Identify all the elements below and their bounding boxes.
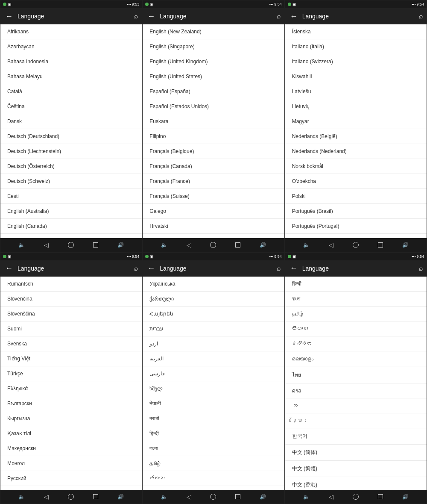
search-button[interactable]: ⌕ [277, 265, 281, 272]
language-item[interactable]: ไทย [285, 366, 427, 383]
language-item[interactable]: Nederlands (Nederland) [285, 144, 427, 159]
language-list[interactable]: AfrikaansAzərbaycanBahasa IndonesiaBahas… [0, 24, 142, 238]
home-button[interactable] [64, 492, 77, 501]
recents-button[interactable] [90, 492, 102, 501]
language-list[interactable]: RumantschSlovenčinaSlovenščinaSuomiSvens… [0, 277, 142, 490]
language-item[interactable]: हिन्दी [285, 277, 427, 292]
language-item[interactable]: Euskara [143, 114, 284, 129]
language-item[interactable]: Српски [0, 486, 142, 490]
language-item[interactable]: Deutsch (Deutschland) [0, 129, 142, 144]
language-item[interactable]: English (Australia) [0, 204, 142, 219]
language-list[interactable]: УкраїнськаქართულიՀայերենעבריתاردوالعربية… [143, 277, 284, 490]
back-nav-button[interactable]: ◁ [41, 492, 52, 502]
recents-button[interactable] [90, 241, 102, 249]
language-item[interactable]: ລາວ [285, 383, 427, 398]
language-item[interactable]: فارسی [143, 366, 284, 381]
language-item[interactable]: Deutsch (Schweiz) [0, 174, 142, 189]
language-item[interactable]: বাংলা [143, 441, 284, 456]
language-item[interactable]: Italiano (Italia) [285, 39, 427, 54]
back-button[interactable]: ← [146, 12, 156, 21]
language-item[interactable]: 中文 (简体) [285, 445, 427, 461]
language-item[interactable]: Français (Suisse) [143, 189, 284, 204]
language-item[interactable]: ထ [285, 398, 427, 413]
language-item[interactable]: Nederlands (België) [285, 129, 427, 144]
back-nav-button[interactable]: ◁ [325, 240, 337, 250]
language-item[interactable]: Norsk bokmål [285, 159, 427, 174]
home-button[interactable] [349, 240, 362, 250]
volume-down-button[interactable]: 🔈 [300, 492, 313, 501]
back-button[interactable]: ← [289, 264, 299, 273]
language-item[interactable]: IsiZulu [143, 234, 284, 238]
search-button[interactable]: ⌕ [134, 12, 138, 20]
language-item[interactable]: Română [285, 234, 427, 238]
back-nav-button[interactable]: ◁ [325, 492, 337, 502]
language-item[interactable]: Français (Belgique) [143, 144, 284, 159]
language-item[interactable]: Eesti [0, 189, 142, 204]
language-list[interactable]: ÍslenskaItaliano (Italia)Italiano (Svizz… [285, 24, 427, 238]
volume-down-button[interactable]: 🔈 [158, 240, 171, 250]
volume-up-button[interactable]: 🔊 [114, 240, 127, 250]
language-item[interactable]: Čeština [0, 99, 142, 114]
language-item[interactable]: ಕನ್ನಡ [285, 336, 427, 351]
language-item[interactable]: Italiano (Svizzera) [285, 54, 427, 69]
language-item[interactable]: Bahasa Indonesia [0, 54, 142, 69]
language-item[interactable]: Latviešu [285, 84, 427, 99]
back-button[interactable]: ← [146, 264, 156, 273]
language-item[interactable]: Polski [285, 189, 427, 204]
language-item[interactable]: नेपाली [143, 396, 284, 411]
language-item[interactable]: Deutsch (Österreich) [0, 159, 142, 174]
language-item[interactable]: Slovenščina [0, 307, 142, 321]
language-item[interactable]: Français (France) [143, 174, 284, 189]
language-item[interactable]: தமிழ் [143, 456, 284, 471]
language-item[interactable]: Български [0, 396, 142, 411]
language-item[interactable]: 한국어 [285, 428, 427, 445]
volume-down-button[interactable]: 🔈 [15, 492, 28, 501]
language-item[interactable]: Deutsch (Liechtenstein) [0, 144, 142, 159]
language-item[interactable]: Íslenska [285, 24, 427, 39]
language-item[interactable]: العربية [143, 351, 284, 366]
language-item[interactable]: Українська [143, 277, 284, 292]
language-item[interactable]: Afrikaans [0, 24, 142, 39]
language-item[interactable]: Tiếng Việt [0, 351, 142, 366]
back-nav-button[interactable]: ◁ [183, 240, 195, 250]
language-item[interactable]: తెలుగు [285, 321, 427, 336]
language-item[interactable]: English (United Kingdom) [143, 54, 284, 69]
volume-up-button[interactable]: 🔊 [399, 492, 412, 501]
volume-down-button[interactable]: 🔈 [158, 492, 171, 501]
language-item[interactable]: Slovenčina [0, 292, 142, 307]
back-nav-button[interactable]: ◁ [41, 240, 52, 250]
recents-button[interactable] [232, 241, 244, 249]
search-button[interactable]: ⌕ [419, 265, 423, 272]
language-item[interactable]: Español (Estados Unidos) [143, 99, 284, 114]
language-item[interactable]: English (Singapore) [143, 39, 284, 54]
back-nav-button[interactable]: ◁ [183, 492, 195, 502]
language-item[interactable]: Bahasa Melayu [0, 69, 142, 84]
language-item[interactable]: Français (Canada) [143, 159, 284, 174]
language-item[interactable]: বাংলা [285, 292, 427, 307]
back-button[interactable]: ← [4, 264, 14, 273]
language-item[interactable]: Rumantsch [0, 277, 142, 292]
language-item[interactable]: Türkçe [0, 366, 142, 381]
language-item[interactable]: Hrvatski [143, 219, 284, 234]
language-item[interactable]: தமிழ் [285, 307, 427, 321]
search-button[interactable]: ⌕ [134, 265, 138, 272]
language-list[interactable]: English (New Zealand)English (Singapore)… [143, 24, 284, 238]
language-list[interactable]: हिन्दीবাংলাதமிழ்తెలుగుಕನ್ನಡമലയാളംไทยລາວထ… [285, 277, 427, 490]
language-item[interactable]: اردو [143, 336, 284, 351]
language-item[interactable]: Kiswahili [285, 69, 427, 84]
language-item[interactable]: ქართული [143, 292, 284, 307]
language-item[interactable]: Galego [143, 204, 284, 219]
volume-down-button[interactable]: 🔈 [15, 240, 28, 250]
language-item[interactable]: Português (Brasil) [285, 204, 427, 219]
language-item[interactable]: English (India) [0, 234, 142, 238]
language-item[interactable]: 中文 (繁體) [285, 461, 427, 477]
volume-up-button[interactable]: 🔊 [399, 240, 412, 250]
volume-up-button[interactable]: 🔊 [114, 492, 127, 501]
recents-button[interactable] [374, 492, 386, 501]
language-item[interactable]: עברית [143, 321, 284, 336]
language-item[interactable]: Magyar [285, 114, 427, 129]
volume-down-button[interactable]: 🔈 [300, 240, 313, 250]
language-item[interactable]: മലയാളം [285, 351, 427, 366]
language-item[interactable]: हिन्दी [143, 426, 284, 441]
language-item[interactable]: Dansk [0, 114, 142, 129]
